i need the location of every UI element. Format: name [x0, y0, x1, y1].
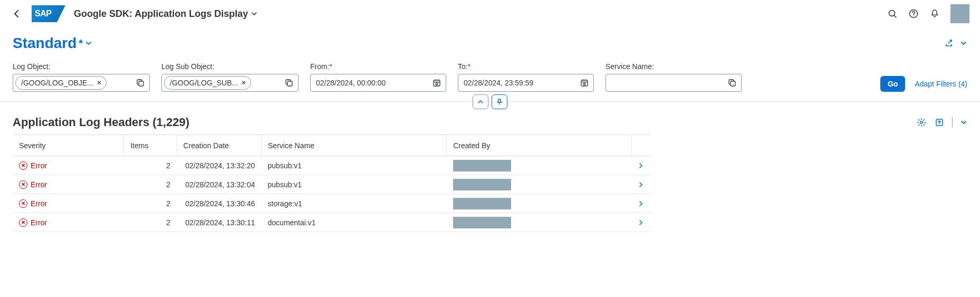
close-icon[interactable]: ✕: [97, 79, 102, 87]
filter-to: To:* 02/28/2024, 23:59:59: [458, 62, 594, 92]
filter-service-name: Service Name:: [606, 62, 742, 92]
close-icon[interactable]: ✕: [241, 79, 246, 87]
svg-line-1: [894, 15, 896, 17]
svg-line-15: [437, 84, 437, 84]
pin-icon: [496, 98, 503, 106]
variant-modified-marker: *: [79, 37, 83, 50]
table-header: Application Log Headers (1,229): [13, 116, 967, 135]
error-icon: ✕: [19, 161, 27, 170]
svg-point-25: [920, 121, 923, 123]
items-cell: 2: [124, 213, 177, 232]
gear-icon[interactable]: [916, 117, 927, 128]
creation-date-cell: 02/28/2024, 13:32:20: [177, 156, 262, 175]
filter-label: To:*: [458, 62, 594, 71]
to-date-input[interactable]: 02/28/2024, 23:59:59: [458, 74, 594, 92]
variant-name: Standard: [13, 35, 76, 52]
table-section: Application Log Headers (1,229) Severity…: [0, 102, 980, 232]
filter-token[interactable]: /GOOG/LOG_SUB... ✕: [164, 76, 251, 90]
calendar-icon[interactable]: [580, 78, 589, 88]
chevron-up-icon: [477, 99, 484, 105]
table-row[interactable]: ✕Error202/28/2024, 13:32:04pubsub:v1: [13, 175, 651, 194]
created-by-redacted: [453, 198, 511, 209]
svg-line-4: [948, 40, 952, 43]
help-icon[interactable]: [908, 8, 919, 19]
search-icon[interactable]: [887, 8, 898, 19]
filter-collapse-controls: [473, 94, 507, 109]
service-name-cell: storage:v1: [262, 194, 447, 213]
divider: [952, 118, 953, 127]
token-text: /GOOG/LOG_SUB...: [170, 79, 238, 87]
user-avatar[interactable]: [950, 4, 969, 23]
created-by-cell: [447, 156, 632, 175]
chevron-down-icon: [85, 40, 92, 47]
col-header-nav: [632, 135, 651, 156]
chevron-right-icon[interactable]: [638, 163, 645, 168]
notifications-icon[interactable]: [929, 8, 940, 19]
pin-filters-button[interactable]: [492, 94, 507, 109]
adapt-filters-link[interactable]: Adapt Filters (4): [915, 80, 967, 88]
col-header-created-by[interactable]: Created By: [447, 135, 632, 156]
filter-log-sub-object: Log Sub Object: /GOOG/LOG_SUB... ✕: [161, 62, 299, 92]
items-cell: 2: [124, 175, 177, 194]
token-text: /GOOG/LOG_OBJE...: [21, 79, 93, 87]
filter-from: From:* 02/28/2024, 00:00:00: [310, 62, 446, 92]
chevron-right-icon[interactable]: [638, 182, 645, 187]
table-row[interactable]: ✕Error202/28/2024, 13:32:20pubsub:v1: [13, 156, 651, 175]
service-name-cell: pubsub:v1: [262, 175, 447, 194]
severity-text: Error: [31, 180, 47, 189]
chevron-down-icon[interactable]: [960, 40, 967, 47]
export-icon[interactable]: [934, 117, 945, 128]
chevron-right-icon[interactable]: [638, 220, 645, 225]
created-by-redacted: [453, 179, 511, 190]
severity-cell: ✕Error: [19, 199, 118, 208]
svg-line-22: [584, 84, 585, 84]
error-icon: ✕: [19, 218, 27, 227]
filter-token[interactable]: /GOOG/LOG_OBJE... ✕: [15, 76, 107, 90]
severity-text: Error: [31, 199, 47, 208]
value-help-icon[interactable]: [284, 78, 294, 88]
service-name-cell: documentai:v1: [262, 213, 447, 232]
from-date-input[interactable]: 02/28/2024, 00:00:00: [310, 74, 446, 92]
created-by-redacted: [453, 160, 511, 171]
svg-rect-6: [139, 81, 143, 86]
log-object-input[interactable]: /GOOG/LOG_OBJE... ✕: [13, 74, 150, 92]
severity-cell: ✕Error: [19, 180, 118, 189]
error-icon: ✕: [19, 199, 27, 208]
chevron-down-icon: [251, 11, 257, 17]
collapse-filters-button[interactable]: [473, 94, 488, 109]
created-by-redacted: [453, 217, 511, 228]
from-date-value: 02/28/2024, 00:00:00: [316, 79, 386, 87]
chevron-down-icon[interactable]: [960, 119, 967, 126]
creation-date-cell: 02/28/2024, 13:32:04: [177, 175, 262, 194]
created-by-cell: [447, 194, 632, 213]
back-button[interactable]: [11, 7, 23, 20]
chevron-right-icon[interactable]: [638, 201, 645, 206]
svg-rect-8: [287, 81, 292, 86]
app-title-text: Google SDK: Application Logs Display: [74, 8, 248, 20]
go-button[interactable]: Go: [880, 76, 905, 92]
service-name-input[interactable]: [606, 74, 742, 92]
value-help-icon[interactable]: [727, 78, 737, 88]
items-cell: 2: [124, 156, 177, 175]
table-row[interactable]: ✕Error202/28/2024, 13:30:11documentai:v1: [13, 213, 651, 232]
items-cell: 2: [124, 194, 177, 213]
variant-selector[interactable]: Standard*: [13, 35, 92, 52]
sap-logo: SAP: [32, 5, 65, 22]
value-help-icon[interactable]: [136, 78, 145, 88]
col-header-items[interactable]: Items: [124, 135, 177, 156]
col-header-creation-date[interactable]: Creation Date: [177, 135, 262, 156]
table-row[interactable]: ✕Error202/28/2024, 13:30:46storage:v1: [13, 194, 651, 213]
app-title-dropdown[interactable]: Google SDK: Application Logs Display: [74, 8, 257, 20]
filter-log-object: Log Object: /GOOG/LOG_OBJE... ✕: [13, 62, 150, 92]
created-by-cell: [447, 213, 632, 232]
calendar-icon[interactable]: [432, 78, 441, 88]
filter-label: Log Sub Object:: [161, 62, 299, 71]
log-sub-object-input[interactable]: /GOOG/LOG_SUB... ✕: [161, 74, 299, 92]
col-header-service-name[interactable]: Service Name: [262, 135, 447, 156]
col-header-severity[interactable]: Severity: [13, 135, 124, 156]
error-icon: ✕: [19, 180, 27, 189]
to-date-value: 02/28/2024, 23:59:59: [464, 79, 533, 87]
share-icon[interactable]: [944, 38, 955, 49]
filter-label: Log Object:: [13, 62, 150, 71]
severity-text: Error: [31, 161, 47, 170]
